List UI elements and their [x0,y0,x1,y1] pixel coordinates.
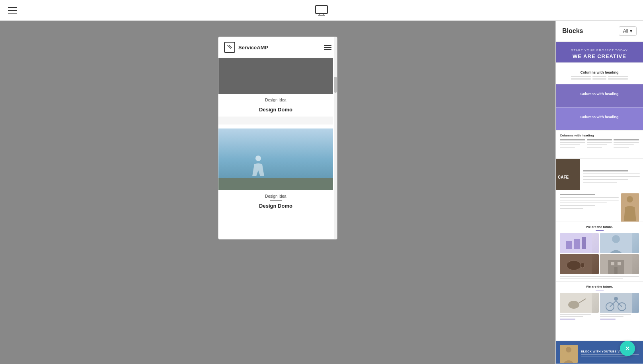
preview-logo-text: ServiceAMP [238,45,268,51]
block-col-purple2-title: Columns with heading [581,115,619,119]
preview-card-2-subtitle: Design Idea [224,194,327,199]
preview-card-2: Design Idea Design Domo [218,128,333,213]
block-future1-content: We are the future. [556,222,643,282]
block-col-purple2-content: Columns with heading [556,107,643,130]
preview-content: Design Idea Design Domo [218,58,337,213]
future2-card-1 [560,293,599,320]
preview-card-2-title: Design Domo [224,203,327,209]
future2-img-cyclist [600,293,639,313]
block-item-col-white2[interactable]: Columns with heading [556,130,643,159]
preview-header: ServiceAMP [218,37,337,58]
block-future1-grid [560,233,639,274]
block-item-future2[interactable]: We are the future. [556,282,643,341]
canvas-area: ServiceAMP Design Idea Design Domo [0,21,555,364]
svg-rect-17 [581,263,584,268]
block-cafe-text [580,159,643,191]
block-future1-divider [596,230,604,231]
preview-scroll-thumb [334,77,337,93]
block-creative-sub: START YOUR PROJECT TODAY [571,49,628,52]
block-future2-content: We are the future. [556,282,643,341]
block-future1-title: We are the future. [560,225,639,229]
svg-point-16 [567,261,581,270]
sidebar-filter-button[interactable]: All ▾ [619,26,637,36]
block-item-col-purple[interactable]: Columns with heading [556,84,643,107]
preview-scrollbar[interactable] [334,37,337,239]
preview-card-2-divider [270,200,282,200]
close-button[interactable]: × [620,341,635,356]
future2-card-2 [600,293,639,320]
block-col-multi-content: Columns with heading [556,130,643,159]
future1-cell-coffee [560,254,599,274]
svg-text:CAFE: CAFE [558,175,569,179]
block-future2-divider [596,290,604,290]
svg-point-4 [255,156,261,161]
svg-point-31 [566,347,571,352]
device-preview-toggle[interactable] [315,5,328,16]
future2-img-vacuum [560,293,599,313]
preview-card-1-image [218,58,333,94]
svg-rect-26 [600,293,632,313]
block-col-white-content: Columns with heading [556,63,643,84]
preview-card-1: Design Idea Design Domo [218,58,333,125]
block-col-multi-title: Columns with heading [560,134,639,137]
block-col-white-lines2 [571,78,628,80]
preview-card-1-subtitle: Design Idea [224,98,327,102]
block-item-future1[interactable]: We are the future. [556,222,643,282]
block-cafe-image: CAFE [556,159,580,191]
svg-rect-5 [556,159,580,191]
menu-button[interactable] [8,7,17,14]
preview-nav-hamburger [324,45,331,50]
sidebar-header: Blocks All ▾ [556,21,643,42]
main-layout: ServiceAMP Design Idea Design Domo [0,21,643,364]
svg-rect-22 [614,267,618,274]
svg-rect-11 [574,239,580,249]
future1-cell-products [560,233,599,253]
close-icon: × [625,345,630,353]
svg-point-24 [568,301,579,309]
preview-card-1-gray [218,117,333,125]
preview-card-2-body: Design Idea Design Domo [218,190,333,213]
svg-point-14 [612,235,620,243]
block-col-white-title: Columns with heading [581,70,619,74]
sidebar-title: Blocks [562,27,583,35]
block-future2-title: We are the future. [560,285,639,288]
block-col-purple-lines [598,99,601,103]
block-title-img-content [556,190,643,222]
block-cafe-content: CAFE [556,159,643,191]
block-item-cafe[interactable]: CAFE [556,159,643,191]
block-item-col-white[interactable]: Columns with heading [556,63,643,84]
block-future2-grid [560,293,639,320]
svg-rect-12 [582,237,586,249]
block-item-title-img[interactable] [556,190,643,222]
svg-rect-20 [611,262,614,265]
preview-card-2-image [218,128,333,190]
svg-rect-0 [316,6,327,14]
svg-point-8 [627,196,633,202]
preview-card-1-divider [270,104,282,104]
block-col-purple-content: Columns with heading [556,84,643,107]
future1-cell-person [600,233,639,253]
sidebar: Blocks All ▾ START YOUR PROJECT TODAY WE… [555,21,643,364]
block-item-creative[interactable]: START YOUR PROJECT TODAY WE ARE CREATIVE [556,42,643,63]
preview-card-1-title: Design Domo [224,107,327,113]
filter-label: All [623,28,628,34]
svg-rect-21 [618,262,621,265]
block-col-purple-title: Columns with heading [581,92,619,96]
svg-point-29 [614,297,618,301]
mobile-preview: ServiceAMP Design Idea Design Domo [218,37,337,239]
filter-arrow: ▾ [630,28,632,34]
preview-logo-icon [224,42,235,53]
block-col-purple2-lines [598,122,601,126]
block-col-white-lines [571,76,628,77]
block-youtube-thumbnail [560,345,578,363]
block-title-left [560,193,619,222]
future1-cell-building [600,254,639,274]
block-item-col-purple2[interactable]: Columns with heading [556,107,643,130]
block-col-multi-row [560,139,639,148]
block-creative-title: WE ARE CREATIVE [573,53,626,59]
preview-card-1-body: Design Idea Design Domo [218,94,333,117]
preview-logo: ServiceAMP [224,42,268,53]
topbar [0,0,643,21]
block-future1-footer [560,276,639,280]
block-title-right-image [621,193,639,222]
